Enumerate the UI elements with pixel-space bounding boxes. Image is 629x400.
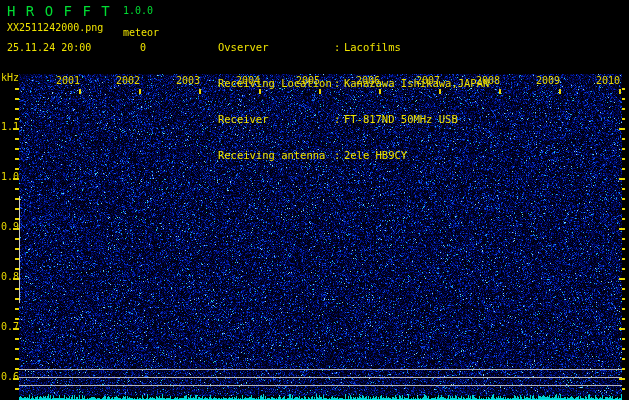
- freq-tick-label: 0.6: [1, 371, 19, 382]
- freq-tick-label: 0.9: [1, 221, 19, 232]
- info-colon: :: [334, 113, 343, 125]
- info-label: Ovserver: [218, 41, 334, 53]
- time-tick-label: 2004: [236, 75, 260, 86]
- info-value: 2ele HB9CY: [344, 149, 407, 161]
- info-colon: :: [334, 77, 343, 89]
- time-tick-label: 2003: [176, 75, 200, 86]
- info-value: FT-817ND 50MHz USB: [344, 113, 458, 125]
- freq-tick-label: 0.8: [1, 271, 19, 282]
- station-info: Ovserver:Lacofilms Receiving Location:Ka…: [180, 5, 489, 173]
- info-row-antenna: Receiving antenna:2ele HB9CY: [180, 137, 489, 149]
- info-value: Lacofilms: [344, 41, 401, 53]
- app-version: 1.0.0: [123, 5, 153, 16]
- time-tick-label: 2010: [596, 75, 620, 86]
- info-row-location: Receiving Location:Kanazawa Ishikawa,JAP…: [180, 65, 489, 77]
- hrofft-window: H R O F F T 1.0.0 XX2511242000.png meteo…: [0, 0, 629, 400]
- info-colon: :: [334, 41, 343, 53]
- meteor-count: 0: [140, 42, 146, 53]
- freq-tick-label: 1.0: [1, 171, 19, 182]
- time-tick-label: 2007: [416, 75, 440, 86]
- datetime-label: 25.11.24 20:00: [7, 42, 91, 53]
- output-filename: XX2511242000.png: [7, 22, 103, 33]
- info-label: Receiving antenna: [218, 149, 334, 161]
- freq-unit-label: kHz: [1, 72, 19, 83]
- info-row-receiver: Receiver:FT-817ND 50MHz USB: [180, 101, 489, 113]
- freq-tick-label: 1.1: [1, 121, 19, 132]
- time-tick-label: 2008: [476, 75, 500, 86]
- time-tick-label: 2009: [536, 75, 560, 86]
- time-tick-label: 2006: [356, 75, 380, 86]
- info-label: Receiver: [218, 113, 334, 125]
- info-colon: :: [334, 149, 343, 161]
- mode-label: meteor: [123, 27, 159, 38]
- time-tick-label: 2005: [296, 75, 320, 86]
- time-tick-label: 2002: [116, 75, 140, 86]
- freq-tick-label: 0.7: [1, 321, 19, 332]
- app-title: H R O F F T: [7, 3, 111, 19]
- time-tick-label: 2001: [56, 75, 80, 86]
- info-row-observer: Ovserver:Lacofilms: [180, 29, 489, 41]
